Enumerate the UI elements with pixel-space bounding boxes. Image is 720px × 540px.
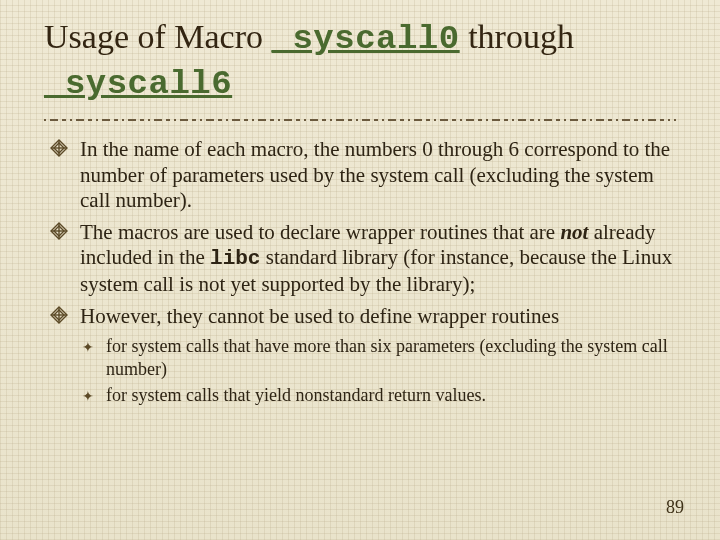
list-item: ✦ for system calls that yield nonstandar…	[82, 384, 676, 407]
diamond-bullet-icon	[50, 222, 68, 240]
diamond-bullet-icon	[50, 139, 68, 157]
sub-bullet-text: for system calls that have more than six…	[106, 336, 668, 379]
title-divider	[44, 117, 676, 123]
diamond-bullet-icon	[50, 306, 68, 324]
emphasis-not: not	[560, 220, 588, 244]
title-part-2: through	[460, 18, 574, 55]
title-part-1: Usage of Macro	[44, 18, 272, 55]
star-bullet-icon: ✦	[82, 388, 94, 406]
bullet-list: In the name of each macro, the numbers 0…	[50, 137, 676, 407]
list-item: The macros are used to declare wrapper r…	[50, 220, 676, 298]
page-number: 89	[666, 497, 684, 518]
sub-bullet-text: for system calls that yield nonstandard …	[106, 385, 486, 405]
bullet-text: In the name of each macro, the numbers 0…	[80, 137, 670, 212]
inline-code-libc: libc	[210, 247, 260, 270]
slide-title: Usage of Macro _syscall0 through _syscal…	[44, 16, 676, 105]
bullet-text: However, they cannot be used to define w…	[80, 304, 559, 328]
list-item: In the name of each macro, the numbers 0…	[50, 137, 676, 214]
sub-bullet-list: ✦ for system calls that have more than s…	[82, 335, 676, 407]
list-item: However, they cannot be used to define w…	[50, 304, 676, 407]
title-code-2: _syscall6	[44, 65, 232, 103]
text-fragment: The macros are used to declare wrapper r…	[80, 220, 560, 244]
slide: Usage of Macro _syscall0 through _syscal…	[0, 0, 720, 540]
star-bullet-icon: ✦	[82, 339, 94, 357]
title-code-1: _syscall0	[272, 20, 460, 58]
bullet-text: The macros are used to declare wrapper r…	[80, 220, 672, 296]
list-item: ✦ for system calls that have more than s…	[82, 335, 676, 380]
